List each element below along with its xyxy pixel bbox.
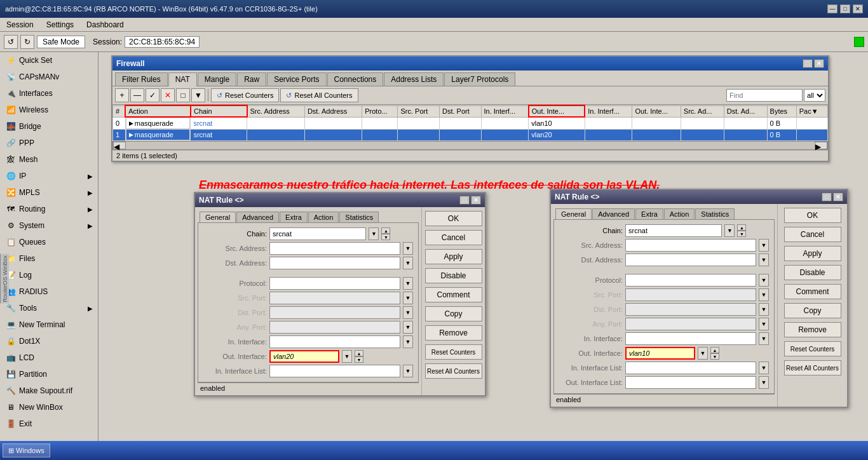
nat-right-reset-counters-btn[interactable]: Reset Counters bbox=[784, 341, 841, 356]
filter-button[interactable]: ▼ bbox=[191, 88, 205, 102]
tab-connections[interactable]: Connections bbox=[327, 72, 384, 86]
r-src-port-dropdown-btn[interactable]: ▼ bbox=[759, 288, 769, 301]
menu-dashboard[interactable]: Dashboard bbox=[83, 19, 128, 30]
nat-right-tab-action[interactable]: Action bbox=[664, 208, 695, 219]
sidebar-item-log[interactable]: 📝 Log bbox=[0, 267, 98, 283]
dst-addr-dropdown-btn[interactable]: ▼ bbox=[403, 257, 413, 269]
src-addr-input[interactable] bbox=[269, 242, 400, 255]
nat-right-remove-btn[interactable]: Remove bbox=[784, 322, 841, 337]
tab-service-ports[interactable]: Service Ports bbox=[267, 72, 326, 86]
sidebar-item-quick-set[interactable]: ⚡ Quick Set bbox=[0, 52, 98, 69]
nat-right-close-btn[interactable]: ✕ bbox=[833, 193, 843, 201]
r-out-iface-up-btn[interactable]: ▲ bbox=[710, 347, 719, 353]
nat-right-tab-extra[interactable]: Extra bbox=[635, 208, 663, 219]
enable-rule-button[interactable]: ✓ bbox=[146, 88, 159, 102]
sidebar-item-mesh[interactable]: 🕸 Mesh bbox=[0, 151, 98, 168]
any-port-dropdown-btn[interactable]: ▼ bbox=[403, 321, 413, 334]
menu-session[interactable]: Session bbox=[3, 19, 37, 30]
sidebar-item-dot1x[interactable]: 🔒 Dot1X bbox=[0, 333, 98, 349]
sidebar-item-radius[interactable]: 👥 RADIUS bbox=[0, 283, 98, 300]
scroll-right-btn[interactable]: ▶ bbox=[815, 142, 827, 149]
out-iface-dropdown-btn[interactable]: ▼ bbox=[342, 350, 352, 363]
src-port-dropdown-btn[interactable]: ▼ bbox=[403, 292, 413, 304]
sidebar-item-interfaces[interactable]: 🔌 Interfaces bbox=[0, 85, 98, 102]
dst-port-input[interactable] bbox=[269, 306, 400, 319]
sidebar-item-new-terminal[interactable]: 💻 New Terminal bbox=[0, 316, 98, 333]
close-button[interactable]: ✕ bbox=[853, 4, 863, 13]
nat-right-tab-advanced[interactable]: Advanced bbox=[592, 208, 635, 219]
tab-filter-rules[interactable]: Filter Rules bbox=[115, 72, 168, 86]
r-in-iface-dropdown-btn[interactable]: ▼ bbox=[759, 332, 769, 345]
add-rule-button[interactable]: + bbox=[115, 88, 129, 102]
nat-left-apply-btn[interactable]: Apply bbox=[425, 249, 482, 264]
in-iface-list-dropdown-btn[interactable]: ▼ bbox=[403, 365, 413, 377]
nat-right-comment-btn[interactable]: Comment bbox=[784, 284, 841, 299]
nat-left-ok-btn[interactable]: OK bbox=[425, 211, 482, 226]
nat-left-tab-advanced[interactable]: Advanced bbox=[236, 212, 279, 222]
r-src-port-input[interactable] bbox=[625, 288, 756, 301]
in-iface-dropdown-btn[interactable]: ▼ bbox=[403, 335, 413, 348]
back-button[interactable]: ↻ bbox=[20, 35, 34, 49]
tab-nat[interactable]: NAT bbox=[168, 72, 197, 86]
r-dst-port-input[interactable] bbox=[625, 303, 756, 316]
r-dst-addr-dropdown-btn[interactable]: ▼ bbox=[759, 254, 769, 266]
r-out-iface-down-btn[interactable]: ▼ bbox=[710, 353, 719, 360]
menu-settings[interactable]: Settings bbox=[43, 19, 78, 30]
sidebar-item-queues[interactable]: 📋 Queues bbox=[0, 234, 98, 250]
nat-right-tab-statistics[interactable]: Statistics bbox=[695, 208, 735, 219]
sidebar-item-exit[interactable]: 🚪 Exit bbox=[0, 416, 98, 432]
minimize-button[interactable]: — bbox=[827, 4, 837, 13]
scroll-left-btn[interactable]: ◀ bbox=[113, 142, 126, 149]
protocol-input[interactable] bbox=[269, 277, 400, 290]
sidebar-item-mpls[interactable]: 🔀 MPLS ▶ bbox=[0, 184, 98, 201]
r-in-iface-list-dropdown-btn[interactable]: ▼ bbox=[759, 362, 769, 374]
r-in-iface-input[interactable] bbox=[625, 332, 756, 345]
firewall-maximize-btn[interactable]: □ bbox=[803, 59, 813, 68]
nat-right-cancel-btn[interactable]: Cancel bbox=[784, 227, 841, 242]
r-out-iface-list-dropdown-btn[interactable]: ▼ bbox=[759, 376, 769, 389]
sidebar-item-ip[interactable]: 🌐 IP ▶ bbox=[0, 168, 98, 184]
r-any-port-dropdown-btn[interactable]: ▼ bbox=[759, 318, 769, 330]
copy-rule-button[interactable]: □ bbox=[176, 88, 190, 102]
firewall-close-btn[interactable]: ✕ bbox=[814, 59, 824, 68]
sidebar-item-bridge[interactable]: 🌉 Bridge bbox=[0, 118, 98, 135]
nat-right-disable-btn[interactable]: Disable bbox=[784, 265, 841, 280]
r-in-iface-list-input[interactable] bbox=[625, 362, 756, 374]
tab-mangle[interactable]: Mangle bbox=[198, 72, 236, 86]
dst-addr-input[interactable] bbox=[269, 257, 400, 269]
horizontal-scrollbar[interactable]: ◀ ▶ bbox=[112, 141, 828, 150]
nat-right-reset-all-counters-btn[interactable]: Reset All Counters bbox=[784, 360, 841, 375]
tab-layer7-protocols[interactable]: Layer7 Protocols bbox=[444, 72, 515, 86]
table-row[interactable]: 1 ▶ masquerade srcnat vlan20 bbox=[113, 129, 828, 140]
r-any-port-input[interactable] bbox=[625, 318, 756, 330]
sidebar-item-partition[interactable]: 💾 Partition bbox=[0, 366, 98, 382]
sidebar-item-lcd[interactable]: 📺 LCD bbox=[0, 349, 98, 366]
nat-left-tab-statistics[interactable]: Statistics bbox=[339, 212, 379, 222]
sidebar-item-routing[interactable]: 🗺 Routing ▶ bbox=[0, 201, 98, 217]
nat-left-copy-btn[interactable]: Copy bbox=[425, 306, 482, 321]
sidebar-item-files[interactable]: 📁 Files bbox=[0, 250, 98, 267]
nat-left-maximize-btn[interactable]: □ bbox=[459, 196, 470, 205]
nat-right-tab-general[interactable]: General bbox=[555, 208, 592, 219]
protocol-dropdown-btn[interactable]: ▼ bbox=[403, 277, 413, 290]
sidebar-item-ppp[interactable]: 🔗 PPP bbox=[0, 135, 98, 151]
chain-input[interactable] bbox=[269, 227, 366, 240]
src-port-input[interactable] bbox=[269, 292, 400, 304]
sidebar-item-tools[interactable]: 🔧 Tools ▶ bbox=[0, 300, 98, 316]
src-addr-dropdown-btn[interactable]: ▼ bbox=[403, 242, 413, 255]
r-out-iface-list-input[interactable] bbox=[625, 376, 756, 389]
chain-dropdown-btn[interactable]: ▼ bbox=[369, 227, 379, 240]
nat-left-comment-btn[interactable]: Comment bbox=[425, 287, 482, 302]
any-port-input[interactable] bbox=[269, 321, 400, 334]
r-chain-up-btn[interactable]: ▲ bbox=[737, 224, 746, 231]
nat-left-reset-counters-btn[interactable]: Reset Counters bbox=[425, 344, 482, 360]
dst-port-dropdown-btn[interactable]: ▼ bbox=[403, 306, 413, 319]
nat-left-cancel-btn[interactable]: Cancel bbox=[425, 230, 482, 245]
r-protocol-dropdown-btn[interactable]: ▼ bbox=[759, 274, 769, 287]
sidebar-item-system[interactable]: ⚙ System ▶ bbox=[0, 217, 98, 234]
r-out-iface-dropdown-btn[interactable]: ▼ bbox=[698, 347, 708, 360]
r-out-iface-input[interactable] bbox=[625, 347, 695, 360]
nat-left-close-btn[interactable]: ✕ bbox=[471, 196, 481, 205]
r-chain-input[interactable] bbox=[625, 224, 722, 237]
r-dst-port-dropdown-btn[interactable]: ▼ bbox=[759, 303, 769, 316]
